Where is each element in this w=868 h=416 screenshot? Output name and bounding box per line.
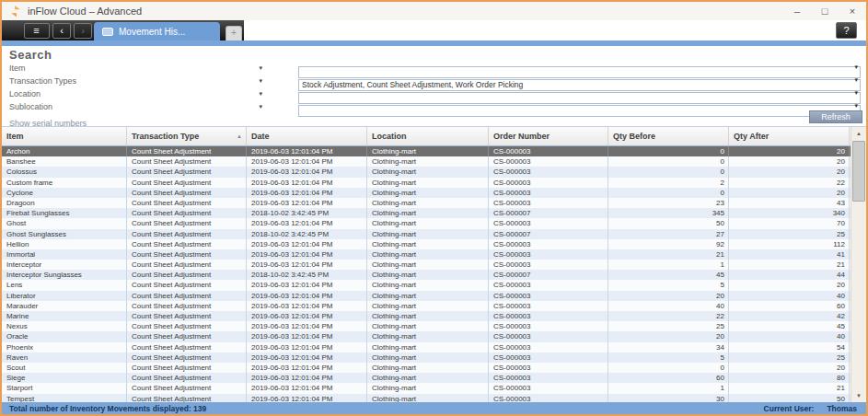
column-header-order-number[interactable]: Order Number [489, 127, 608, 145]
table-row[interactable]: ImmortalCount Sheet Adjustment2019-06-03… [2, 249, 866, 260]
cell-transaction-type: Count Sheet Adjustment [127, 167, 247, 177]
cell-item: Scout [2, 363, 127, 373]
dropdown-icon[interactable]: ▾ [259, 77, 264, 85]
table-row[interactable]: GhostCount Sheet Adjustment2019-06-03 12… [2, 218, 866, 228]
cell-date: 2019-06-03 12:01:04 PM [247, 331, 367, 341]
cell-item: Custom frame [2, 178, 127, 188]
table-row[interactable]: OracleCount Sheet Adjustment2019-06-03 1… [2, 331, 866, 341]
table-row[interactable]: StarportCount Sheet Adjustment2019-06-03… [2, 383, 866, 393]
table-row[interactable]: ColossusCount Sheet Adjustment2019-06-03… [2, 167, 866, 177]
sort-ascending-icon: ▲ [237, 133, 242, 139]
help-button[interactable]: ? [836, 22, 857, 39]
table-row[interactable]: NexusCount Sheet Adjustment2019-06-03 12… [2, 321, 866, 331]
cell-location: Clothing-mart [367, 321, 489, 331]
minimize-icon[interactable]: – [783, 2, 811, 20]
cell-item: Lens [2, 280, 127, 290]
cell-transaction-type: Count Sheet Adjustment [127, 239, 247, 249]
cell-transaction-type: Count Sheet Adjustment [127, 383, 247, 393]
cell-order-number: CS-000003 [489, 198, 608, 208]
cell-qty-before: 1 [608, 260, 729, 270]
combo-dropdown-icon[interactable]: ▾ [854, 64, 858, 71]
forward-icon[interactable]: › [74, 23, 92, 39]
cell-date: 2019-06-03 12:01:04 PM [247, 156, 367, 167]
cell-location: Clothing-mart [367, 270, 489, 280]
location-filter-selector[interactable]: Location ▾ [9, 89, 264, 98]
table-row[interactable]: MarauderCount Sheet Adjustment2019-06-03… [2, 301, 866, 311]
table-row[interactable]: TempestCount Sheet Adjustment2019-06-03 … [2, 394, 866, 403]
maximize-icon[interactable]: □ [811, 2, 839, 20]
dropdown-icon[interactable]: ▾ [259, 64, 264, 72]
cell-item: Ghost Sunglasses [2, 229, 127, 239]
table-row[interactable]: InterceptorCount Sheet Adjustment2019-06… [2, 260, 866, 270]
combo-dropdown-icon[interactable]: ▾ [854, 76, 858, 84]
cell-item: Marauder [2, 301, 127, 311]
cell-order-number: CS-000007 [489, 229, 608, 239]
cell-location: Clothing-mart [367, 260, 489, 270]
table-row[interactable]: HellionCount Sheet Adjustment2019-06-03 … [2, 239, 866, 249]
table-row[interactable]: Custom frameCount Sheet Adjustment2019-0… [2, 178, 866, 188]
refresh-button[interactable]: Refresh [809, 110, 862, 123]
cell-qty-before: 25 [608, 321, 729, 331]
cell-date: 2018-10-02 3:42:45 PM [247, 229, 367, 239]
column-header-date[interactable]: Date [247, 127, 367, 145]
cell-transaction-type: Count Sheet Adjustment [127, 156, 247, 167]
column-header-item[interactable]: Item [2, 127, 127, 145]
dropdown-icon[interactable]: ▾ [259, 103, 264, 110]
table-row[interactable]: SiegeCount Sheet Adjustment2019-06-03 12… [2, 373, 866, 383]
cell-qty-after: 20 [729, 146, 850, 156]
combo-dropdown-icon[interactable]: ▾ [854, 102, 858, 110]
cell-qty-before: 345 [608, 208, 729, 218]
back-icon[interactable]: ‹ [52, 23, 71, 39]
table-row[interactable]: Interceptor SunglassesCount Sheet Adjust… [2, 270, 866, 280]
status-current-user: Current User: Thomas [764, 404, 857, 413]
cell-location: Clothing-mart [367, 229, 489, 239]
vertical-scrollbar[interactable]: ▲ ▼ [851, 127, 866, 402]
item-filter-label: Item [9, 64, 26, 73]
table-row[interactable]: RavenCount Sheet Adjustment2019-06-03 12… [2, 352, 866, 363]
transaction-types-filter-selector[interactable]: Transaction Types ▾ [9, 76, 264, 86]
window-controls: – □ × [783, 2, 866, 20]
cell-transaction-type: Count Sheet Adjustment [127, 198, 247, 208]
column-header-qty-after[interactable]: Qty After [729, 127, 850, 145]
cell-date: 2019-06-03 12:01:04 PM [247, 311, 367, 321]
column-header-qty-before[interactable]: Qty Before [608, 127, 729, 145]
table-body: ArchonCount Sheet Adjustment2019-06-03 1… [2, 146, 866, 402]
scrollbar-thumb[interactable] [852, 141, 865, 202]
table-row[interactable]: PhoenixCount Sheet Adjustment2019-06-03 … [2, 342, 866, 352]
table-row[interactable]: ArchonCount Sheet Adjustment2019-06-03 1… [2, 146, 866, 156]
cell-qty-before: 0 [608, 167, 729, 177]
table-row[interactable]: Firebat SunglassesCount Sheet Adjustment… [2, 208, 866, 218]
table-row[interactable]: Ghost SunglassesCount Sheet Adjustment20… [2, 229, 866, 239]
table-row[interactable]: ScoutCount Sheet Adjustment2019-06-03 12… [2, 363, 866, 373]
cell-order-number: CS-000003 [489, 311, 608, 321]
column-header-location[interactable]: Location [367, 127, 489, 145]
cell-location: Clothing-mart [367, 198, 489, 208]
table-row[interactable]: BansheeCount Sheet Adjustment2019-06-03 … [2, 156, 866, 167]
combo-dropdown-icon[interactable]: ▾ [854, 89, 858, 97]
sublocation-filter-selector[interactable]: Sublocation ▾ [9, 102, 264, 111]
cell-transaction-type: Count Sheet Adjustment [127, 188, 247, 198]
table-row[interactable]: MarineCount Sheet Adjustment2019-06-03 1… [2, 311, 866, 321]
sublocation-filter-input[interactable] [298, 105, 861, 117]
table-row[interactable]: LensCount Sheet Adjustment2019-06-03 12:… [2, 280, 866, 290]
cell-qty-before: 27 [608, 229, 729, 239]
table-row[interactable]: CycloneCount Sheet Adjustment2019-06-03 … [2, 188, 866, 198]
dropdown-icon[interactable]: ▾ [259, 90, 264, 98]
cell-qty-after: 40 [729, 291, 850, 301]
item-filter-selector[interactable]: Item ▾ [9, 64, 264, 73]
table-row[interactable]: DragoonCount Sheet Adjustment2019-06-03 … [2, 198, 866, 208]
cell-location: Clothing-mart [367, 291, 489, 301]
table-row[interactable]: LiberatorCount Sheet Adjustment2019-06-0… [2, 291, 866, 301]
cell-qty-before: 0 [608, 188, 729, 198]
close-icon[interactable]: × [839, 2, 866, 20]
new-tab-button[interactable]: + [226, 26, 242, 40]
scroll-up-icon[interactable]: ▲ [851, 127, 866, 140]
tab-movement-history[interactable]: Movement His... [94, 22, 220, 40]
hamburger-menu-icon[interactable]: ≡ [24, 23, 50, 39]
scroll-down-icon[interactable]: ▼ [851, 389, 866, 402]
cell-location: Clothing-mart [367, 249, 489, 260]
cell-transaction-type: Count Sheet Adjustment [127, 363, 247, 373]
cell-date: 2019-06-03 12:01:04 PM [247, 249, 367, 260]
cell-item: Starport [2, 383, 127, 393]
column-header-transaction-type[interactable]: Transaction Type ▲ [127, 127, 247, 145]
